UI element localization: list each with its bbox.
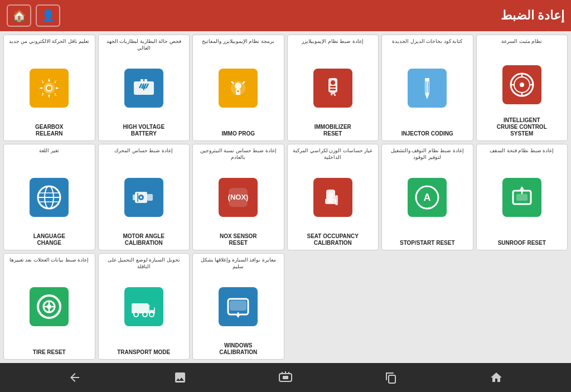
back-button[interactable] [62,365,87,390]
svg-rect-15 [328,78,337,93]
card-high-voltage-battery[interactable]: فحص حالة البطارية لبطاريات الجهد العالي … [98,35,190,141]
card-arabic-nox: إعادة ضبط حساس نسبة النيتروجين بالعادم [195,148,282,161]
user-button[interactable]: 👤 [36,4,60,27]
card-label-icc: INTELLIGENTCRUISE CONTROLSYSTEM [497,117,547,137]
svg-point-68 [143,312,147,317]
card-immo-prog[interactable]: برمجة نظام الإيموبيلايزر والمفاتيح IMMO … [192,35,284,141]
injector-icon [408,69,447,108]
svg-marker-56 [520,186,524,190]
windows-icon [219,287,258,326]
card-arabic-icc: نظام مثبت السرعة [501,38,542,52]
card-arabic-seat: عيار حساسات الوزن لكراسي المركبة الداخلي… [290,148,376,161]
transport-icon [124,287,163,326]
copy-button[interactable] [379,365,403,390]
svg-rect-14 [237,90,239,92]
card-label-tire: TIRE RESET [33,342,66,356]
svg-rect-4 [141,79,143,82]
svg-text:A: A [424,192,431,203]
home-nav-button[interactable] [484,365,509,390]
svg-rect-49 [335,195,338,205]
svg-marker-73 [236,314,240,318]
card-nox-sensor-reset[interactable]: إعادة ضبط حساس نسبة النيتروجين بالعادم (… [192,144,284,250]
sunroof-icon [502,178,541,217]
card-arabic-tire: إعادة ضبط بيانات العجلات بعد تغييرها [9,257,89,270]
svg-point-69 [149,312,154,317]
card-arabic-battery: فحص حالة البطارية لبطاريات الجهد العالي [101,38,187,52]
svg-rect-18 [330,89,336,90]
svg-text:(NOX): (NOX) [228,193,249,201]
grid-row-2: تغير اللغة LANGUAGECHANGE إعادة ضبط حساس… [3,144,568,250]
svg-point-12 [235,83,241,89]
card-label-windows: WINDOWSCALIBRATION [219,342,257,356]
card-arabic-windows: معايرة نوافذ السيارة وإغلاقها بشكل سليم [195,257,282,270]
seat-icon [313,178,352,217]
immobilizer-icon [313,69,352,108]
card-transport-mode[interactable]: تحويل السيارة لوضع التحميل على الناقلة T… [98,253,190,360]
svg-rect-17 [330,86,336,88]
card-arabic-sunroof: إعادة ضبط نظام فتحة السقف [490,148,554,161]
svg-point-59 [47,304,51,309]
main-content: تعليم ناقل الحركة الالكتروني من جديد GEA… [0,31,571,363]
grid-row-3: إعادة ضبط بيانات العجلات بعد تغييرها TIR… [3,253,568,360]
vci-button[interactable] [273,365,298,390]
card-injector-coding[interactable]: كتابة كود بخاخات الديزل الجديدة INJECTOR… [381,35,473,141]
card-motor-angle-calibration[interactable]: إعادة ضبط حساس المحرك MOTOR ANGLECALIBRA… [98,144,190,250]
svg-point-29 [520,83,524,87]
card-label-transport: TRANSPORT MODE [117,342,170,356]
svg-rect-21 [331,94,332,95]
svg-rect-79 [389,375,395,383]
svg-point-67 [134,312,138,317]
card-arabic-immo: برمجة نظام الإيموبيلايزر والمفاتيح [202,38,274,52]
card-arabic-transport: تحويل السيارة لوضع التحميل على الناقلة [101,257,187,270]
svg-marker-23 [425,94,429,99]
stopstart-icon: A [408,178,447,217]
card-label-stopstart: STOP/START RESET [400,233,455,246]
card-sunroof-reset[interactable]: إعادة ضبط نظام فتحة السقف SUNROOF RESET [476,144,568,250]
home-button[interactable]: 🏠 [7,4,31,27]
svg-point-2 [47,86,51,90]
card-arabic-motor: إعادة ضبط حساس المحرك [114,148,173,161]
svg-point-43 [140,196,142,199]
app-header: 🏠 👤 إعادة الضبط [0,0,571,31]
svg-rect-24 [425,78,429,81]
nox-icon: (NOX) [219,178,258,217]
card-gearbox-relearn[interactable]: تعليم ناقل الحركة الالكتروني من جديد GEA… [3,35,95,141]
card-tire-reset[interactable]: إعادة ضبط بيانات العجلات بعد تغييرها TIR… [3,253,95,360]
card-icc-system[interactable]: نظام مثبت السرعة INTELLIGENTCRUISE CONTR… [476,35,568,141]
language-icon [30,178,69,217]
svg-rect-54 [516,194,528,201]
card-arabic-immobilizer: إعادة ضبط نظام الإيموبيلايزر [302,38,364,52]
card-label-injector: INJECTOR CODING [401,124,453,137]
card-arabic-gearbox: تعليم ناقل الحركة الالكتروني من جديد [9,38,90,52]
card-label-seat: SEAT OCCUPANCYCALIBRATION [307,233,359,246]
cruise-control-icon [502,65,541,104]
svg-rect-75 [283,376,288,379]
card-language-change[interactable]: تغير اللغة LANGUAGECHANGE [3,144,95,250]
bottom-navigation [0,363,571,392]
svg-rect-40 [147,194,153,201]
svg-point-50 [328,192,333,198]
svg-rect-41 [133,195,136,200]
svg-rect-66 [149,306,154,310]
card-seat-occupancy-calibration[interactable]: عيار حساسات الوزن لكراسي المركبة الداخلي… [287,144,379,250]
card-stop-start-reset[interactable]: إعادة ضبط نظام التوقف والتشغيل لتوفير ال… [381,144,473,250]
header-action-buttons: 🏠 👤 [7,4,60,27]
card-windows-calibration[interactable]: معايرة نوافذ السيارة وإغلاقها بشكل سليم … [192,253,284,360]
card-arabic-language: تغير اللغة [39,148,59,161]
grid-row-1: تعليم ناقل الحركة الالكتروني من جديد GEA… [3,35,568,141]
immo-prog-icon [219,69,258,108]
svg-rect-19 [331,93,335,94]
battery-icon: + [124,69,163,108]
screenshot-button[interactable] [168,365,192,390]
card-label-language: LANGUAGECHANGE [33,233,65,246]
tire-icon [30,287,69,326]
card-label-sunroof: SUNROOF RESET [498,233,546,246]
card-arabic-injector: كتابة كود بخاخات الديزل الجديدة [392,38,462,52]
card-label-battery: HIGH VOLTAGEBATTERY [123,124,164,137]
card-immobilizer-reset[interactable]: إعادة ضبط نظام الإيموبيلايزر IMMOBILIZER… [287,35,379,141]
card-label-gearbox: GEARBOXRELEARN [35,124,64,137]
page-title: إعادة الضبط [501,8,564,23]
motor-icon [124,178,163,217]
svg-point-16 [331,80,335,85]
card-label-immo: IMMO PROG [222,124,255,137]
